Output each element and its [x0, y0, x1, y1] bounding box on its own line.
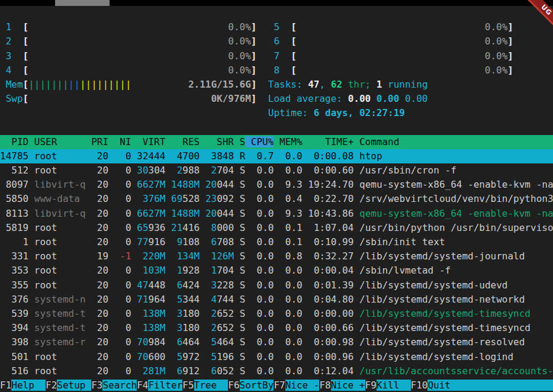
fkey-sortby-button[interactable]: SortBy [240, 380, 274, 391]
state-cell: S [240, 265, 246, 276]
time-cell: 0:00.00 [308, 308, 353, 319]
meter-close-bracket: ] [507, 50, 513, 62]
column-header-virt[interactable]: VIRT [131, 136, 166, 147]
process-row[interactable]: 1 root 20 0 77916 9108 6708 S 0.0 0.1 0:… [0, 235, 553, 249]
text-segment [108, 365, 114, 377]
column-header-s[interactable]: S [234, 136, 245, 147]
command-cell: /lib/systemd/systemd-udevd [359, 279, 553, 291]
user-cell: systemd-r [34, 336, 86, 348]
cpu-meter-label: 3 [0, 50, 23, 62]
process-row[interactable]: 331 root 19 -1 220M 134M 126M S 0.0 0.8 … [0, 249, 553, 264]
window-drag-handle[interactable] [55, 0, 110, 6]
fkey-setup-button[interactable]: Setup [57, 380, 91, 391]
text-segment [353, 179, 359, 190]
process-row[interactable]: 5850 www-data 20 0 376M 69528 23092 S 0.… [0, 192, 553, 206]
process-row[interactable]: 353 root 20 0 103M 1928 1704 S 0.0 0.0 0… [0, 264, 553, 278]
process-row[interactable]: 512 root 20 0 30304 2988 2704 S 0.0 0.0 … [0, 163, 553, 178]
virt-cell: 47 [137, 279, 148, 291]
shr-cell: 1 [205, 265, 217, 276]
fkey-help-button[interactable]: Help [11, 380, 46, 391]
text-segment [165, 308, 171, 319]
text-segment [200, 193, 205, 204]
state-cell: S [240, 351, 246, 362]
meter-close-bracket: ] [507, 65, 513, 76]
shr-cell: 2 [205, 165, 217, 176]
fkey-nice--button[interactable]: Nice - [285, 380, 320, 391]
fkey-f9-key: F9 [365, 380, 377, 391]
meter-open-bracket: [ [291, 21, 297, 33]
command-cell: /lib/systemd/systemd-timesyncd [359, 322, 553, 333]
mem-cell: 0.0 [279, 150, 303, 162]
command-cell: qemu-system-x86_64 -enable-kvm -na [359, 208, 553, 219]
running-count: 1 [377, 79, 382, 90]
process-row[interactable]: 516 root 20 0 281M 6912 6052 S 0.0 0.0 0… [0, 364, 553, 378]
text-segment [303, 222, 308, 233]
process-row[interactable]: 394 systemd-t 20 0 138M 3180 2652 S 0.0 … [0, 321, 553, 335]
virt-cell: 220M [137, 250, 165, 262]
pid-cell: 355 [0, 279, 28, 291]
column-header-mem[interactable]: MEM% [274, 136, 302, 147]
shr-cell: 464 [217, 336, 234, 348]
text-segment [399, 93, 405, 104]
column-header-cpu[interactable]: CPU% [245, 136, 274, 147]
process-row[interactable]: 539 systemd-t 20 0 138M 3180 2652 S 0.0 … [0, 307, 553, 321]
column-header-pid[interactable]: PID [0, 136, 28, 147]
res-cell: 988 [182, 165, 200, 176]
text-segment [234, 365, 240, 377]
text-segment [108, 236, 114, 248]
meter-close-bracket: ] [251, 36, 257, 47]
pid-cell: 353 [0, 265, 28, 276]
text-segment [303, 294, 308, 305]
fkey-nice--button[interactable]: Nice + [331, 380, 365, 391]
process-row[interactable]: 355 root 20 0 47448 6424 3228 S 0.0 0.0 … [0, 278, 553, 293]
meter-close-bracket: ] [251, 79, 257, 90]
fkey-tree-button[interactable]: Tree [194, 380, 229, 391]
state-cell: S [240, 222, 246, 233]
column-header-pri[interactable]: PRI [86, 136, 109, 147]
text-segment [274, 179, 280, 190]
column-header-user[interactable]: USER [28, 136, 85, 147]
text-segment [353, 193, 359, 204]
process-row[interactable]: 5819 root 20 0 65936 21416 8000 S 0.0 0.… [0, 221, 553, 235]
running-label: running [382, 79, 427, 90]
text-segment [245, 279, 251, 291]
fkey-search-button[interactable]: Search [102, 380, 137, 391]
fkey-kill-button[interactable]: Kill [377, 380, 411, 391]
text-segment [234, 294, 240, 305]
text-segment [245, 165, 251, 176]
mem-cell: 0.0 [279, 265, 303, 276]
column-header-time[interactable]: TIME+ [303, 136, 354, 147]
shr-cell: 23 [205, 193, 217, 204]
process-row[interactable]: 8097 libvirt-q 20 0 6627M 1488M 20044 S … [0, 178, 553, 192]
text-segment [28, 365, 34, 377]
fkey-filter-button[interactable]: Filter [148, 380, 182, 391]
meter-value: 0.0% [297, 65, 507, 76]
text-segment [28, 265, 34, 276]
fkey-f8-key: F8 [319, 380, 330, 391]
process-row[interactable]: 8113 libvirt-q 20 0 6627M 1488M 20044 S … [0, 207, 553, 221]
column-header-ni[interactable]: NI [108, 136, 131, 147]
text-segment [234, 250, 240, 262]
res-cell: 6 [171, 279, 182, 291]
text-segment [274, 250, 280, 262]
text-segment [108, 165, 114, 176]
uptime-row: Uptime: 6 days, 02:27:19 [0, 106, 553, 120]
time-cell: 0:10.99 [308, 236, 353, 248]
process-row[interactable]: 398 systemd-r 20 0 70984 6464 5464 S 0.0… [0, 335, 553, 349]
meter-value: 0.0% [297, 36, 507, 47]
shr-cell: 092 [217, 193, 234, 204]
column-header-shr[interactable]: SHR [200, 136, 234, 147]
column-header-command[interactable]: Command [353, 136, 553, 147]
cpu-cell: 0.7 [251, 150, 274, 162]
column-header-res[interactable]: RES [165, 136, 200, 147]
res-cell: 912 [182, 365, 200, 377]
shr-cell: 2 [205, 308, 217, 319]
process-row[interactable]: 376 systemd-n 20 0 71964 5344 4744 S 0.0… [0, 293, 553, 307]
cpu-cell: 0.0 [251, 250, 274, 262]
process-row[interactable]: 14785 root 20 0 32444 4700 3848 R 0.7 0.… [0, 149, 553, 163]
fkey-quit-button[interactable]: Quit [427, 380, 553, 391]
text-segment [274, 279, 280, 291]
cpu-cell: 0.0 [251, 294, 274, 305]
text-segment [234, 193, 240, 204]
process-row[interactable]: 501 root 20 0 70600 5972 5196 S 0.0 0.0 … [0, 350, 553, 364]
